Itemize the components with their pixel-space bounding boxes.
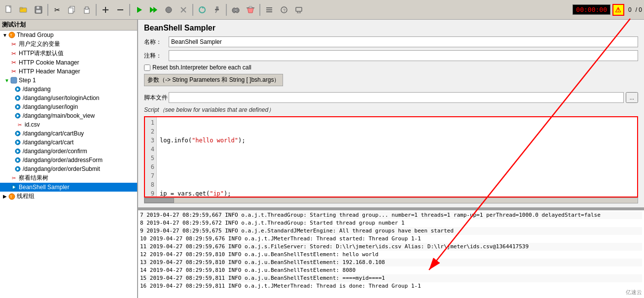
tree-item-dd7[interactable]: /dangdang/order/confirm (0, 147, 137, 156)
reset-row: Reset bsh.Interpreter before each call (144, 64, 638, 71)
binoculars-button[interactable] (229, 3, 243, 17)
clear-button[interactable] (244, 3, 257, 17)
svg-text:?: ? (283, 8, 286, 13)
log-line: 12 2019-04-27 08:29:59,810 INFO o.a.j.u.… (140, 251, 642, 259)
comment-input[interactable] (169, 50, 638, 61)
log-line: 15 2019-04-27 08:29:59,811 INFO o.a.j.u.… (140, 274, 642, 282)
page-title: BeanShell Sampler (144, 24, 638, 33)
svg-rect-40 (11, 77, 17, 83)
save-button[interactable] (32, 3, 45, 17)
tree-item-thread-group[interactable]: ▼ T Thread Group (0, 31, 137, 39)
svg-rect-31 (266, 11, 272, 12)
script-editor[interactable]: 1 2 3 4 5 6 7 8 9 10 log.info("hello wor… (144, 116, 638, 198)
cut-button[interactable]: ✂ (50, 3, 64, 17)
name-row: 名称： (144, 36, 638, 47)
help-button[interactable]: ? (277, 3, 291, 17)
run-all-button[interactable] (147, 3, 161, 17)
open-button[interactable] (17, 3, 31, 17)
svg-text:T: T (10, 195, 12, 199)
new-button[interactable] (2, 3, 16, 17)
dd7-icon (14, 147, 22, 155)
tree-item-cookie-mgr[interactable]: ✂ HTTP Cookie Manager (0, 58, 137, 67)
editor-scrollbar[interactable] (144, 198, 638, 203)
svg-rect-28 (249, 6, 252, 8)
stop-now-button[interactable] (177, 3, 190, 17)
tree-item-dd8[interactable]: /dangdang/order/addressForm (0, 156, 137, 165)
tree-label: /dangdang/order/orderSubmit (23, 166, 100, 172)
dd9-icon (14, 165, 22, 173)
tree-item-dd1[interactable]: /dangdang (0, 85, 137, 94)
results-tree-icon: ✂ (10, 174, 18, 182)
tree-label: /dangdang/order/confirm (23, 148, 87, 155)
tree-label: id.csv (25, 121, 40, 128)
dd6-icon (14, 138, 22, 146)
idcsv-icon: ✂ (16, 121, 24, 129)
tree-item-beanshell[interactable]: BeanShell Sampler (0, 183, 137, 192)
svg-rect-26 (235, 9, 237, 11)
sep4 (192, 4, 193, 16)
tree-item-dd4[interactable]: /dangdang/main/book_view (0, 111, 137, 120)
tree-item-user-vars[interactable]: ✂ 用户定义的变量 (0, 39, 137, 49)
tree-item-dd5[interactable]: /dangdang/cart/cartBuy (0, 129, 137, 138)
tree-item-idcsv[interactable]: ✂ id.csv (0, 120, 137, 129)
tree-label: Step 1 (19, 77, 36, 84)
tree-item-thread-group2[interactable]: ▶ T 线程组 (0, 192, 137, 201)
svg-point-17 (166, 7, 172, 13)
right-panel: BeanShell Sampler 名称： 注释： Reset bsh.Inte… (138, 20, 644, 298)
browse-button[interactable]: ... (626, 92, 638, 103)
svg-rect-10 (85, 7, 88, 9)
comment-label: 注释： (144, 52, 169, 60)
dd5-icon (14, 130, 22, 137)
reset-label: Reset bsh.Interpreter before each call (152, 64, 251, 71)
remote-button[interactable] (292, 3, 306, 17)
params-bar[interactable]: 参数（-> String Parameters 和 String [ ]bsh.… (144, 74, 283, 86)
svg-rect-8 (69, 8, 73, 13)
cookie-mgr-icon: ✂ (10, 59, 18, 66)
tree-item-header-mgr[interactable]: ✂ HTTP Header Manager (0, 67, 137, 76)
header-mgr-icon: ✂ (10, 67, 18, 75)
tree-label: /dangdang/order/addressForm (23, 157, 103, 164)
name-input[interactable] (169, 36, 638, 47)
remove-button[interactable] (113, 3, 127, 17)
list-button[interactable] (262, 3, 276, 17)
tree-item-dd9[interactable]: /dangdang/order/orderSubmit (0, 165, 137, 173)
left-panel: 测试计划 ▼ T Thread Group ✂ 用户定义的变量 ✂ HTTP请求… (0, 20, 138, 298)
thread-group2-icon: T (8, 193, 16, 200)
tree-item-step1[interactable]: ▼ Step 1 (0, 76, 137, 85)
script-section-label: Script（see below for variables that are … (144, 106, 638, 114)
stop-button[interactable] (162, 3, 176, 17)
hammer-button[interactable] (210, 3, 224, 17)
script-file-input[interactable] (169, 92, 624, 103)
tree-label: BeanShell Sampler (19, 184, 70, 191)
svg-rect-3 (20, 7, 23, 9)
tree-item-http-default[interactable]: ✂ HTTP请求默认值 (0, 49, 137, 58)
run-button[interactable] (132, 3, 146, 17)
toolbar: ✂ ? 00:00:00 (0, 0, 644, 20)
tree-label: HTTP Header Manager (19, 68, 80, 75)
error-label: / 0 (636, 6, 642, 13)
svg-text:T: T (10, 33, 12, 37)
copy-button[interactable] (65, 3, 79, 17)
svg-rect-34 (296, 7, 302, 11)
tree-item-dd3[interactable]: /dangdang/user/login (0, 102, 137, 111)
user-vars-icon: ✂ (10, 40, 18, 48)
add-button[interactable] (99, 3, 112, 17)
refresh-button[interactable] (195, 3, 209, 17)
tree-item-dd6[interactable]: /dangdang/cart/cart (0, 138, 137, 147)
tree-label: /dangdang/user/tologinAction (23, 95, 99, 101)
dd2-icon (14, 94, 22, 102)
paste-button[interactable] (80, 3, 94, 17)
reset-checkbox[interactable] (144, 65, 150, 71)
tree-label: 用户定义的变量 (19, 40, 60, 48)
log-line: 8 2019-04-27 08:29:59,672 INFO o.a.j.t.T… (140, 219, 642, 227)
log-line: 9 2019-04-27 08:29:59,675 INFO o.a.j.e.S… (140, 227, 642, 235)
script-file-row: 脚本文件 ... (144, 92, 638, 103)
warning-button[interactable]: ⚠ (612, 4, 624, 16)
tree-item-dd2[interactable]: /dangdang/user/tologinAction (0, 94, 137, 102)
tree-label: /dangdang/main/book_view (23, 112, 95, 119)
dd8-icon (14, 156, 22, 164)
tree-label: /dangdang/user/login (23, 103, 78, 110)
tree-item-results-tree[interactable]: ✂ 察看结果树 (0, 173, 137, 183)
dd4-icon (14, 112, 22, 120)
code-content: log.info("hello world"); ip = vars.get("… (157, 117, 637, 197)
